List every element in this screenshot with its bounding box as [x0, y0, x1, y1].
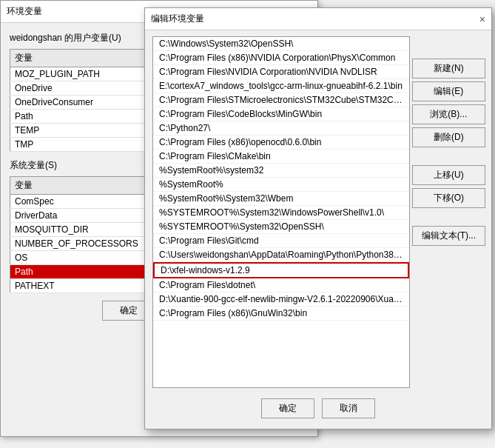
edit-confirm-button[interactable]: 确定 — [261, 398, 314, 418]
list-item[interactable]: C:\Program Files\CodeBlocks\MinGW\bin — [153, 107, 409, 121]
list-item[interactable]: C:\Program Files (x86)\NVIDIA Corporatio… — [153, 51, 409, 65]
list-item[interactable]: C:\Program Files\dotnet\ — [153, 278, 409, 292]
list-item[interactable]: C:\Program Files (x86)\openocd\0.6.0\bin — [153, 136, 409, 150]
move-up-button[interactable]: 上移(U) — [412, 165, 485, 185]
list-item[interactable]: %SYSTEMROOT%\System32\OpenSSH\ — [153, 220, 409, 234]
list-item[interactable]: C:\Program Files\CMake\bin — [153, 150, 409, 164]
list-item[interactable]: %SYSTEMROOT%\System32\WindowsPowerShell\… — [153, 206, 409, 220]
delete-button[interactable]: 删除(D) — [412, 127, 485, 147]
edit-button[interactable]: 编辑(E) — [412, 81, 485, 101]
list-item[interactable]: D:\Xuantie-900-gcc-elf-newlib-mingw-V2.6… — [153, 292, 409, 307]
list-item[interactable]: C:\Users\weidongshan\AppData\Roaming\Pyt… — [153, 248, 409, 262]
list-item[interactable]: E:\cortexA7_windows_tools\gcc-arm-linux-… — [153, 79, 409, 93]
list-item[interactable]: C:\Program Files (x86)\GnuWin32\bin — [153, 307, 409, 321]
list-item[interactable]: C:\Program Files\Git\cmd — [153, 234, 409, 248]
list-item[interactable]: C:\Windows\System32\OpenSSH\ — [153, 37, 409, 51]
move-down-button[interactable]: 下移(O) — [412, 188, 485, 208]
path-list-scroll[interactable]: C:\Windows\System32\OpenSSH\C:\Program F… — [153, 37, 409, 387]
edit-dialog-title: 编辑环境变量 — [151, 13, 204, 25]
path-list-container: C:\Windows\System32\OpenSSH\C:\Program F… — [152, 36, 410, 388]
close-button[interactable]: × — [479, 14, 485, 24]
browse-button[interactable]: 浏览(B)... — [412, 104, 485, 124]
list-item[interactable]: %SystemRoot% — [153, 178, 409, 192]
edit-dialog-titlebar: 编辑环境变量 × — [145, 8, 491, 30]
path-list: C:\Windows\System32\OpenSSH\C:\Program F… — [153, 37, 409, 321]
env-dialog-title: 环境变量 — [7, 5, 42, 18]
edit-env-dialog: 编辑环境变量 × C:\Windows\System32\OpenSSH\C:\… — [144, 7, 492, 429]
edit-cancel-button[interactable]: 取消 — [322, 398, 375, 418]
edit-text-button[interactable]: 编辑文本(T)... — [412, 226, 485, 246]
list-item[interactable]: %SystemRoot%\system32 — [153, 164, 409, 178]
list-item[interactable]: D:\xfel-windows-v1.2.9 — [153, 262, 409, 278]
edit-right-buttons: 新建(N) 编辑(E) 浏览(B)... 删除(D) 上移(U) 下移(O) 编… — [412, 58, 485, 246]
new-button[interactable]: 新建(N) — [412, 58, 485, 78]
edit-dialog-bottom-buttons: 确定 取消 — [152, 394, 484, 423]
list-item[interactable]: C:\Python27\ — [153, 121, 409, 136]
list-item[interactable]: %SystemRoot%\System32\Wbem — [153, 192, 409, 206]
list-item[interactable]: C:\Program Files\NVIDIA Corporation\NVID… — [153, 65, 409, 79]
list-item[interactable]: C:\Program Files\STMicroelectronics\STM3… — [153, 93, 409, 107]
